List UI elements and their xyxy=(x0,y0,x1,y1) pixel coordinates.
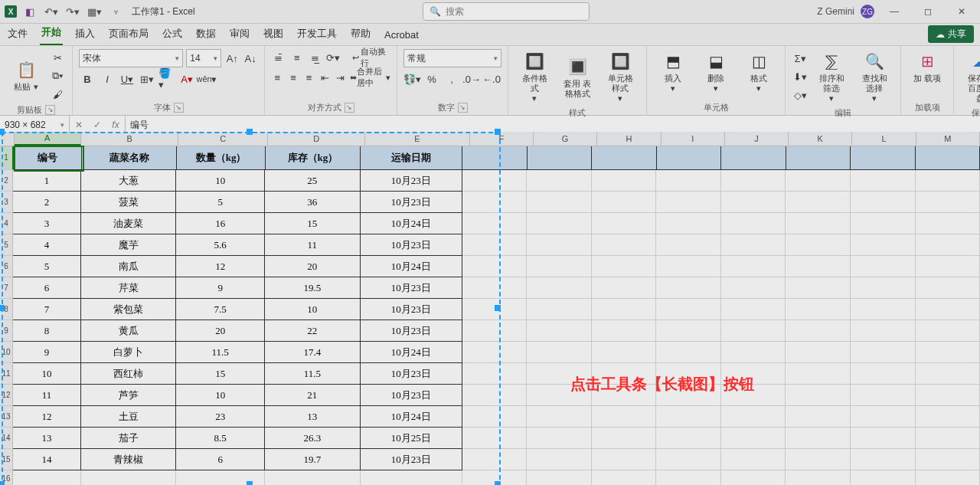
dialog-launcher-icon[interactable]: ↘ xyxy=(174,103,184,113)
cell[interactable]: 11.5 xyxy=(265,363,360,385)
column-header[interactable]: F xyxy=(470,132,534,146)
tab-开始[interactable]: 开始 xyxy=(40,22,63,45)
cell[interactable] xyxy=(786,320,851,342)
cell[interactable] xyxy=(786,299,851,320)
selection-handle[interactable] xyxy=(247,481,253,485)
cell[interactable] xyxy=(657,146,721,170)
cell[interactable] xyxy=(786,256,851,277)
cell[interactable] xyxy=(592,449,657,470)
wrap-text-icon[interactable]: ↩ 自动换行 xyxy=(352,49,390,66)
cell[interactable] xyxy=(462,320,528,342)
column-header[interactable]: L xyxy=(852,132,916,146)
tab-页面布局[interactable]: 页面布局 xyxy=(107,24,150,45)
cell[interactable] xyxy=(527,299,592,320)
tab-开发工具[interactable]: 开发工具 xyxy=(296,24,338,45)
cell[interactable] xyxy=(656,406,721,428)
fill-color-button[interactable]: 🪣▾ xyxy=(158,70,175,87)
cell[interactable] xyxy=(462,192,528,213)
cell[interactable] xyxy=(656,299,721,320)
cell[interactable]: 10月24日 xyxy=(361,342,462,363)
cell[interactable] xyxy=(721,342,786,363)
cell[interactable]: 10月23日 xyxy=(361,277,462,299)
cell[interactable] xyxy=(786,428,851,449)
column-header[interactable]: K xyxy=(789,132,852,146)
selection-handle[interactable] xyxy=(0,481,5,485)
cell[interactable]: 21 xyxy=(265,385,360,406)
cell[interactable] xyxy=(462,234,528,256)
cell[interactable] xyxy=(851,213,916,234)
save-icon[interactable]: ◧ xyxy=(21,3,38,20)
cell[interactable]: 20 xyxy=(176,320,265,342)
cell[interactable]: 9 xyxy=(13,342,81,363)
cell[interactable] xyxy=(721,234,786,256)
cell[interactable] xyxy=(462,277,528,299)
cell-styles-button[interactable]: 🔲单元格样式▾ xyxy=(600,49,640,106)
row-header[interactable]: 4 xyxy=(0,213,13,234)
cell[interactable] xyxy=(656,320,721,342)
cell[interactable] xyxy=(656,234,721,256)
align-top-icon[interactable]: ≡̄ xyxy=(271,49,286,66)
decrease-indent-icon[interactable]: ⇤ xyxy=(318,69,332,86)
cell[interactable]: 11 xyxy=(13,385,81,406)
cell[interactable] xyxy=(361,470,462,485)
cell[interactable] xyxy=(851,234,916,256)
cell[interactable] xyxy=(721,277,786,299)
cell[interactable]: 10月23日 xyxy=(361,449,462,470)
cell[interactable] xyxy=(721,299,786,320)
cell[interactable] xyxy=(851,470,916,485)
cell[interactable] xyxy=(656,256,721,277)
cell[interactable] xyxy=(916,385,981,406)
dialog-launcher-icon[interactable]: ↘ xyxy=(458,103,468,113)
cell[interactable] xyxy=(527,192,592,213)
format-as-table-button[interactable]: 🔳套用 表格格式 xyxy=(557,54,597,100)
cell[interactable]: 8.5 xyxy=(176,428,265,449)
cell[interactable] xyxy=(721,146,786,170)
cell[interactable]: 10 xyxy=(265,299,360,320)
cell[interactable]: 10月24日 xyxy=(361,256,462,277)
tab-帮助[interactable]: 帮助 xyxy=(349,24,372,45)
cell[interactable] xyxy=(721,170,786,192)
cell[interactable] xyxy=(462,342,528,363)
cell[interactable] xyxy=(721,470,786,485)
user-name[interactable]: Z Gemini xyxy=(817,6,854,17)
cell[interactable]: 23 xyxy=(176,406,265,428)
cell[interactable]: 油麦菜 xyxy=(81,213,176,234)
cell[interactable] xyxy=(786,234,851,256)
cell[interactable] xyxy=(721,363,786,385)
cell[interactable] xyxy=(851,428,916,449)
selection-handle[interactable] xyxy=(247,129,253,135)
qat-customize-icon[interactable]: ▿ xyxy=(107,3,124,20)
column-header[interactable]: B xyxy=(81,132,178,146)
cell[interactable] xyxy=(851,406,916,428)
cancel-formula-icon[interactable]: ✕ xyxy=(70,120,88,130)
cell[interactable]: 25 xyxy=(265,170,360,192)
sort-filter-button[interactable]: ⅀排序和筛选▾ xyxy=(812,49,851,106)
cell[interactable] xyxy=(656,277,721,299)
cell[interactable] xyxy=(528,146,592,170)
cell[interactable] xyxy=(851,363,916,385)
cell[interactable] xyxy=(916,256,981,277)
row-header[interactable]: 12 xyxy=(0,385,13,406)
cell[interactable]: 19.5 xyxy=(265,277,360,299)
accounting-format-icon[interactable]: 💱▾ xyxy=(403,70,420,87)
cell[interactable] xyxy=(592,192,657,213)
cell[interactable] xyxy=(462,213,528,234)
number-format-combo[interactable]: 常规▾ xyxy=(403,49,501,67)
cell[interactable]: 黄瓜 xyxy=(81,320,176,342)
cell[interactable] xyxy=(656,449,721,470)
cell[interactable]: 10月23日 xyxy=(361,234,462,256)
cell[interactable] xyxy=(721,256,786,277)
fill-icon[interactable]: ⬇▾ xyxy=(792,69,808,86)
cell[interactable]: 7.5 xyxy=(176,299,265,320)
cell[interactable]: 10月24日 xyxy=(361,213,462,234)
cell[interactable] xyxy=(656,428,721,449)
cell[interactable] xyxy=(527,170,592,192)
column-header[interactable]: E xyxy=(365,132,470,146)
tab-公式[interactable]: 公式 xyxy=(161,24,184,45)
cell[interactable]: 10月23日 xyxy=(361,170,462,192)
format-painter-icon[interactable]: 🖌 xyxy=(49,86,66,103)
cell[interactable] xyxy=(721,320,786,342)
tab-Acrobat[interactable]: Acrobat xyxy=(383,26,420,45)
row-header[interactable]: 1 xyxy=(0,146,14,170)
align-right-icon[interactable]: ≡ xyxy=(302,69,315,86)
